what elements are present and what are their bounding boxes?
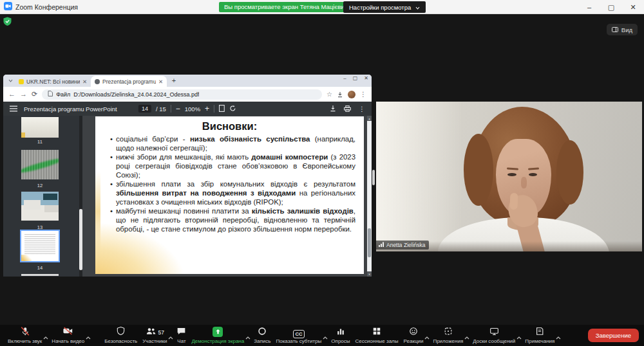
toolbar-item-apps[interactable]: Приложения [430,325,466,346]
toolbar-item-cc[interactable]: CCПоказать субтитры [273,325,324,346]
forward-icon[interactable]: → [20,91,27,98]
scroll-up-icon[interactable]: ▲ [367,116,372,121]
panel-resize-handle[interactable] [372,170,375,185]
bookmark-star-icon[interactable]: ☆ [327,91,332,98]
view-layout-button[interactable]: Вид [607,24,638,35]
record-icon [258,327,267,338]
pdf-scrollbar[interactable]: ▲ ▼ [367,116,372,277]
minimize-icon[interactable]: – [578,0,600,14]
maximize-icon[interactable]: ▢ [600,0,622,14]
chat-icon [176,327,186,338]
mic-off-icon [20,326,30,339]
sidebar-menu-icon[interactable] [10,103,17,114]
toolbar-item-label: Начать видео [52,338,84,344]
chevron-up-icon[interactable] [245,331,251,342]
slide-bullet: соціальні бар’єри - низька обізнаність с… [110,134,355,152]
address-url: D:/Downloads/Zielinska_24.04.2024_Odessa… [73,91,199,98]
toolbar-item-reactions[interactable]: Реакции [401,325,426,346]
toolbar-item-participants[interactable]: 57Участники [140,325,169,346]
view-settings-button[interactable]: Настройки просмотра [343,1,426,13]
slide-bullet: нижчі збори для мешканців, які мають дом… [110,152,355,179]
chevron-up-icon[interactable] [464,331,469,342]
chevron-up-icon[interactable] [556,331,561,342]
address-field[interactable]: Файл D:/Downloads/Zielinska_24.04.2024_O… [42,89,322,100]
browser-minimize-icon[interactable]: – [343,75,346,81]
chevron-up-icon[interactable] [43,331,48,342]
browser-close-icon[interactable]: ✕ [364,75,368,81]
toolbar-item-label: Опросы [331,338,350,344]
toolbar-item-label: Доски сообщений [473,338,515,344]
pdf-action-buttons: ⋮ [330,103,365,114]
meeting-controls-bar: Включить звукНачать видеоБезопасность57У… [0,325,644,346]
pdf-thumbnail-13[interactable] [21,192,59,221]
chevron-up-icon[interactable] [86,331,91,342]
share-icon [213,327,223,338]
toolbar-item-whiteboard[interactable]: Доски сообщений [470,325,518,346]
toolbar-item-breakout[interactable]: Сессионные залы [353,325,401,346]
toolbar-item-share[interactable]: Демонстрация экрана [189,325,247,346]
toolbar-item-polls[interactable]: Опросы [328,325,352,346]
end-meeting-button[interactable]: Завершение [588,329,639,342]
reactions-icon [409,327,418,338]
browser-maximize-icon[interactable]: ▢ [353,75,358,81]
tab-label: UKR.NET: Всі новини Україн [26,78,80,85]
page-number-input[interactable]: 14 [138,105,151,113]
webcam-video-tile[interactable]: Anetta Zielińska [376,102,642,251]
pdf-body: 11121314 Висновки: соціальні бар’єри - н… [3,116,372,277]
print-icon[interactable] [344,103,351,114]
toolbar-item-label: Демонстрация экрана [191,338,244,344]
back-icon[interactable]: ← [8,91,15,98]
pdf-thumbnail-sidebar: 11121314 [3,116,82,277]
profile-avatar[interactable] [348,91,355,98]
pdf-thumbnail-11[interactable] [21,117,59,138]
shield-icon [116,326,126,338]
chevron-up-icon[interactable] [168,331,173,342]
toolbar-item-shield[interactable]: Безопасность [102,325,140,346]
download-icon[interactable] [330,103,336,114]
close-icon[interactable]: ✕ [622,0,644,14]
scroll-down-icon[interactable]: ▼ [367,271,372,277]
encryption-shield-icon[interactable] [3,17,12,28]
chevron-down-icon [415,4,420,11]
tab-presentation[interactable]: Prezentacja programu PowerP ✕ [91,76,167,87]
toolbar-item-notes[interactable]: Примечания [522,325,557,346]
fit-page-icon[interactable] [219,105,225,113]
toolbar-item-label: Чат [177,338,185,344]
pdf-menu-icon[interactable]: ⋮ [359,105,365,113]
window-titlebar: Zoom Конференция Вы просматриваете экран… [0,0,644,14]
pdf-thumbnail-15-partial[interactable] [21,274,59,276]
browser-menu-icon[interactable]: ⋮ [360,91,366,98]
pdf-thumbnail-12[interactable] [21,150,59,179]
toolbar-item-label: Безопасность [104,338,137,344]
browser-window-controls: – ▢ ✕ [343,75,368,81]
toolbar-item-mic-off[interactable]: Включить звук [5,325,44,346]
toolbar-item-label: Запись [254,338,270,344]
shared-browser-window: UKR.NET: Всі новини Україн ✕ Prezentacja… [3,75,372,277]
pdf-page-controls: 14 / 15 − 100% + [138,105,236,113]
pdf-thumbnail-14[interactable] [21,231,59,261]
toolbar-item-record[interactable]: Запись [251,325,273,346]
pdf-thumbnail-number: 14 [21,265,59,271]
browser-tab-strip: UKR.NET: Всі новини Україн ✕ Prezentacja… [3,75,372,87]
reload-icon[interactable]: ⟳ [32,91,37,98]
chevron-up-icon[interactable] [424,331,430,342]
toolbar-item-video-off[interactable]: Начать видео [49,325,87,346]
tab-ukrnet[interactable]: UKR.NET: Всі новини Україн ✕ [15,76,91,87]
pdf-scrollbar-thumb[interactable] [368,228,371,257]
chevron-up-icon[interactable] [516,331,522,342]
zoom-in-icon[interactable]: + [205,105,209,113]
titlebar-left: Zoom Конференция [4,0,78,14]
rotate-icon[interactable] [229,105,236,113]
tab-close-icon[interactable]: ✕ [158,78,163,85]
downloads-icon[interactable] [337,89,343,100]
tab-close-icon[interactable]: ✕ [82,78,87,85]
chevron-up-icon[interactable] [323,331,328,342]
new-tab-button[interactable]: + [169,76,178,85]
page-total: / 15 [156,105,166,113]
toolbar-item-label: Приложения [433,338,463,344]
zoom-out-icon[interactable]: − [176,105,180,113]
toolbar-item-chat[interactable]: Чат [174,325,189,346]
browser-address-bar: ← → ⟳ Файл D:/Downloads/Zielinska_24.04.… [3,87,372,102]
pdf-thumbnail-number: 13 [21,224,59,230]
tab-search-icon[interactable] [6,77,15,85]
